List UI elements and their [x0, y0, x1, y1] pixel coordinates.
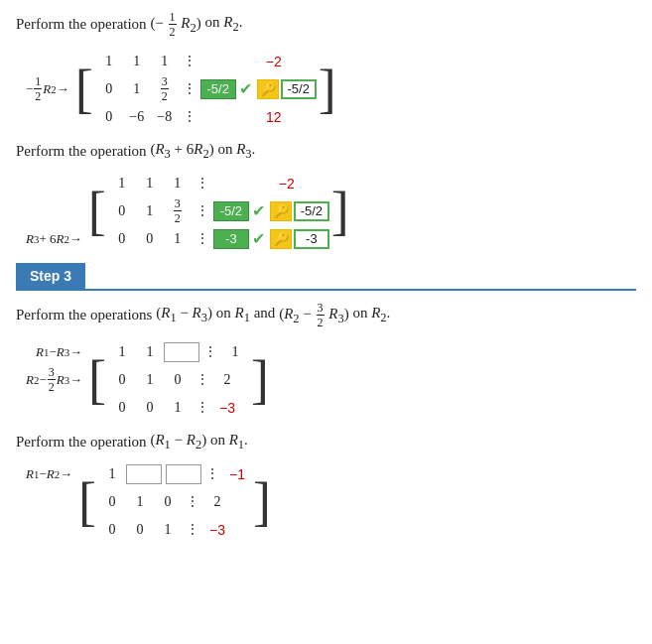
section-1: Perform the operation (− 12 R2) on R2. −… [16, 10, 636, 131]
divider-4-2: ⋮ [182, 521, 203, 538]
matrix-1-container: −12R2 → [ 1 1 1 ⋮ −2 0 1 [26, 48, 636, 131]
cell-2-2-2: 1 [164, 231, 192, 247]
cell-4-1-0: 0 [98, 494, 126, 510]
matrix-row-4-1: 0 1 0 ⋮ 2 [98, 488, 251, 516]
key-box-2-1[interactable]: -5/2 [294, 201, 329, 221]
matrix-row-3-0: 1 1 ⋮ 1 [108, 338, 249, 366]
matrix-1-row-label-2 [26, 103, 69, 131]
step-3-header: Step 3 [16, 263, 85, 289]
divider-2-0: ⋮ [192, 175, 213, 192]
cell-4-1-2: 0 [154, 494, 182, 510]
cell-2-1-0: 0 [108, 203, 136, 219]
matrix-4-row-label-2 [26, 516, 72, 544]
cell-3-1-2: 0 [164, 372, 192, 388]
op-3a: (R1 − R3) [156, 305, 212, 325]
matrix-3-container: R1 − R3 → R2 − 32 R3 → [ 1 1 ⋮ 1 [26, 338, 636, 422]
cell-3-0-0: 1 [108, 344, 136, 360]
matrix-1-row-label-0 [26, 48, 69, 75]
divider-3-1: ⋮ [192, 371, 213, 388]
cell-1-1-2: 32 [151, 74, 179, 104]
matrix-row-1-2: 0 −6 −8 ⋮ 12 [95, 103, 317, 131]
bracket-right-4: ] [251, 460, 273, 544]
matrix-row-3-2: 0 0 1 ⋮ −3 [108, 394, 249, 422]
matrix-3-row-label-2 [26, 394, 82, 422]
section-2: Perform the operation (R3 + 6R2) on R3. … [16, 141, 636, 253]
matrix-row-2-0: 1 1 1 ⋮ −2 [108, 170, 329, 197]
cell-2-1-2: 32 [164, 196, 192, 226]
matrix-1-brackets: [ 1 1 1 ⋮ −2 0 1 32 ⋮ [73, 48, 338, 131]
cell-3-2-2: 1 [164, 400, 192, 416]
divider-2-2: ⋮ [192, 230, 213, 247]
cell-4-2-0: 0 [98, 522, 126, 538]
matrix-3-row-labels: R1 − R3 → R2 − 32 R3 → [26, 338, 82, 422]
answer-box-2-2[interactable]: -3 [213, 229, 249, 249]
perform-text-1: Perform the operation [16, 16, 147, 33]
input-box-4-0-2[interactable] [166, 464, 201, 484]
perform-text-2: Perform the operation [16, 143, 147, 160]
matrix-row-2-1: 0 1 32 ⋮ -5/2 ✔ 🔑 -5/2 [108, 197, 329, 225]
cell-3-1-3: 2 [213, 372, 241, 388]
bracket-right-3: ] [249, 338, 271, 422]
matrix-4-row-label-1 [26, 488, 72, 516]
cell-4-0-3: −1 [223, 466, 251, 482]
matrix-3-brackets: [ 1 1 ⋮ 1 0 1 0 ⋮ 2 [86, 338, 271, 422]
cell-4-2-1: 0 [126, 522, 154, 538]
key-icon-2-2: 🔑 [270, 229, 292, 249]
cell-1-2-4: 12 [260, 109, 288, 125]
check-icon-2-1: ✔ [252, 201, 265, 220]
cell-2-0-0: 1 [108, 176, 136, 192]
cell-4-2-3: −3 [203, 522, 231, 538]
cell-3-1-1: 1 [136, 372, 164, 388]
cell-2-0-4: −2 [273, 176, 301, 192]
matrix-row-4-0: 1 ⋮ −1 [98, 460, 251, 488]
cell-2-0-2: 1 [164, 176, 192, 192]
key-box-2-2[interactable]: -3 [294, 229, 329, 249]
cell-1-1-0: 0 [95, 81, 123, 97]
input-box-4-0-1[interactable] [126, 464, 162, 484]
matrix-1-rows: 1 1 1 ⋮ −2 0 1 32 ⋮ -5/2 ✔ � [95, 48, 317, 131]
matrix-2-rows: 1 1 1 ⋮ −2 0 1 32 ⋮ -5/2 ✔ � [108, 170, 329, 253]
cell-1-1-1: 1 [123, 81, 151, 97]
check-icon-1-1: ✔ [239, 79, 252, 98]
perform-line-3: Perform the operations (R1 − R3) on R1 a… [16, 301, 636, 330]
on-1: on R2. [205, 14, 243, 35]
matrix-4-row-labels: R1 − R2 → [26, 460, 72, 544]
matrix-2-row-labels: R3 + 6R2 → [26, 170, 82, 253]
perform-line-2: Perform the operation (R3 + 6R2) on R3. [16, 141, 636, 162]
matrix-row-3-1: 0 1 0 ⋮ 2 [108, 366, 249, 394]
bracket-right-2: ] [329, 170, 351, 253]
on-3a: on R1 and [216, 305, 276, 325]
cell-2-0-1: 1 [136, 176, 164, 192]
cell-3-2-3: −3 [213, 400, 241, 416]
key-box-1-1[interactable]: -5/2 [281, 79, 317, 99]
cell-2-2-0: 0 [108, 231, 136, 247]
matrix-row-1-0: 1 1 1 ⋮ −2 [95, 48, 317, 75]
perform-line-1: Perform the operation (− 12 R2) on R2. [16, 10, 636, 40]
matrix-2-row-label-0 [26, 170, 82, 197]
op-3b: (R2 − 32 R3) [279, 301, 349, 330]
on-2: on R3. [217, 141, 255, 162]
cell-2-2-1: 0 [136, 231, 164, 247]
op-2: (R3 + 6R2) [150, 141, 213, 162]
cell-1-2-0: 0 [95, 109, 123, 125]
answer-box-1-1[interactable]: -5/2 [200, 79, 236, 99]
cell-1-0-1: 1 [123, 54, 151, 69]
answer-box-2-1[interactable]: -5/2 [213, 201, 249, 221]
cell-4-2-2: 1 [154, 522, 182, 538]
divider-2-1: ⋮ [192, 202, 213, 219]
perform-line-4: Perform the operation (R1 − R2) on R1. [16, 432, 636, 452]
cell-4-0-0: 1 [98, 466, 126, 482]
matrix-2-container: R3 + 6R2 → [ 1 1 1 ⋮ −2 0 1 [26, 170, 636, 253]
matrix-1-row-label-1: −12R2 → [26, 75, 69, 103]
key-icon-2-1: 🔑 [270, 201, 292, 221]
matrix-3-rows: 1 1 ⋮ 1 0 1 0 ⋮ 2 0 0 1 [108, 338, 249, 422]
matrix-2-row-label-1 [26, 197, 82, 225]
section-4: Perform the operation (R1 − R2) on R1. R… [16, 432, 636, 544]
cell-3-1-0: 0 [108, 372, 136, 388]
cell-1-0-4: −2 [260, 54, 288, 69]
matrix-2-row-label-2: R3 + 6R2 → [26, 225, 82, 253]
input-box-3-0-2[interactable] [164, 342, 199, 362]
key-icon-1-1: 🔑 [257, 79, 279, 99]
bracket-left-3: [ [86, 338, 108, 422]
divider-1-1: ⋮ [179, 80, 200, 97]
